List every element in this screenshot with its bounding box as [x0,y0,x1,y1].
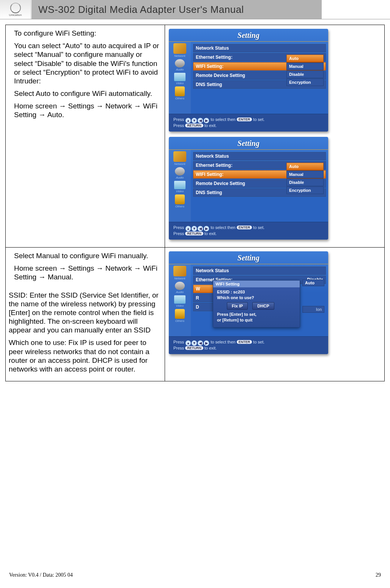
p1-drop-manual[interactable]: Manual [286,63,324,70]
p2-drop-auto[interactable]: Auto [286,163,324,170]
panel3-title: Setting [169,251,328,264]
panel1-rail: Network Audio Video Others [169,42,191,114]
enter-key-icon: ENTER [237,340,252,344]
p1-drop-encryption[interactable]: Encryption [286,78,324,86]
others-icon [175,194,185,204]
rail-others: Others [175,205,184,208]
popup-hint1: Press [Enter] to set, [217,312,296,317]
logo-caption: Unication [9,13,22,17]
p3-side-ion: Ion [302,306,324,313]
left-icon: ◀ [198,340,203,346]
popup-hint2: or [Return] to quit [217,318,296,322]
network-icon [173,151,186,162]
return-key-icon: RETURN [185,124,203,127]
panel1-title: Setting [169,29,328,42]
rail-others: Others [175,319,184,323]
rail-network: Network [174,162,185,166]
content-table: To configure WiFi Setting: You can selec… [5,25,385,381]
others-icon [175,309,185,319]
r2-extra2: Which one to use: Fix IP is used for pee… [9,338,160,373]
r1-p4: Home screen → Settings → Network → WiFi … [14,102,160,119]
popup-which: Which one to use? [217,295,296,300]
p3-footer: Press ▲▼◀▶ to select then ENTER to set. … [169,336,328,354]
rail-network: Network [174,54,185,58]
wifi-popup: WIFI Setting ESSID : sc203 Which one to … [213,280,300,328]
audio-icon [175,167,185,176]
title-bar: WS-302 Digital Media Adapter User's Manu… [31,0,322,19]
video-icon [174,181,186,189]
logo: Unication [0,0,31,19]
rail-others: Others [175,97,184,100]
down-icon: ▼ [192,118,197,123]
others-icon [175,86,185,96]
p1-drop-auto[interactable]: Auto [286,55,324,62]
p1-row-netstatus[interactable]: Network Status [193,44,326,52]
p1-dropdown: Auto Manual Disable Encryption [286,55,324,86]
right-icon: ▶ [204,340,209,346]
video-icon [174,295,186,304]
down-icon: ▼ [192,340,197,346]
left-icon: ◀ [198,118,203,123]
page-number: 29 [376,572,381,578]
p2-drop-manual[interactable]: Manual [286,171,324,178]
p2-footer: Press ▲▼◀▶ to select then ENTER to set. … [169,222,328,240]
panel3-rail: Network Audio Video Others [169,264,191,336]
up-icon: ▲ [186,118,191,123]
p3-side-auto: Auto [302,279,324,286]
rail-network: Network [174,277,185,280]
p2-row-netstatus[interactable]: Network Status [193,152,326,160]
popup-essid: ESSID : sc203 [217,290,296,294]
doc-title: WS-302 Digital Media Adapter User's Manu… [38,4,244,16]
r1-p1: To configure WiFi Setting: [14,29,160,38]
panel1-menu: Network Status Ethernet Setting:Disable … [191,42,328,114]
rail-video: Video [176,82,184,85]
panel2-rail: Network Audio Video Others [169,150,191,222]
setting-panel-1: Setting Network Audio Video Others Netwo… [169,29,328,132]
fix-ip-button[interactable]: Fix IP [227,302,248,310]
left-icon: ◀ [198,226,203,231]
rail-audio: Audio [176,176,184,179]
rail-audio: Audio [176,290,184,294]
audio-icon [175,282,185,290]
r2-p2: Home screen → Settings → Network → WiFi … [14,264,160,281]
r1-p3: Select Auto to configure WiFi automatica… [14,89,160,98]
rail-video: Video [176,190,184,193]
row2-text-cell: Select Manual to configure WiFi manually… [6,248,165,381]
doc-header: Unication WS-302 Digital Media Adapter U… [0,0,390,19]
page-footer: Version: V0.4 / Data: 2005 04 29 [9,572,381,578]
enter-key-icon: ENTER [237,118,252,121]
p2-dropdown: Auto Manual Disable Encryption [286,163,324,194]
setting-panel-3: Setting Network Audio Video Others Netwo… [169,251,328,354]
title-tail [322,0,390,19]
version-text: Version: V0.4 / Data: 2005 04 [9,572,73,578]
dhcp-button[interactable]: DHCP [252,302,274,310]
audio-icon [175,59,185,67]
rail-video: Video [176,304,184,307]
popup-title: WIFI Setting [213,281,300,287]
panel3-menu: Network Status Ethernet Setting:Disable … [191,264,328,336]
panel2-title: Setting [169,137,328,150]
r1-p2: You can select “Auto” to auto acquired a… [14,41,160,85]
return-key-icon: RETURN [185,346,203,350]
right-icon: ▶ [204,226,209,231]
right-icon: ▶ [204,118,209,123]
p1-drop-disable[interactable]: Disable [286,71,324,78]
network-icon [173,43,186,54]
row1-image-cell: Setting Network Audio Video Others Netwo… [165,25,385,248]
network-icon [173,266,186,276]
down-icon: ▼ [192,226,197,231]
p3-row-netstatus[interactable]: Network Status [193,267,326,275]
p2-drop-disable[interactable]: Disable [286,179,324,186]
r2-p1: Select Manual to configure WiFi manually… [14,251,160,260]
return-key-icon: RETURN [185,232,203,235]
up-icon: ▲ [186,340,191,346]
video-icon [174,73,186,81]
up-icon: ▲ [186,226,191,231]
panel2-menu: Network Status Ethernet Setting:Disable … [191,150,328,222]
p1-footer: Press ▲▼◀▶ to select then ENTER to set. … [169,114,328,132]
rail-audio: Audio [176,68,184,71]
row2-image-cell: Setting Network Audio Video Others Netwo… [165,248,385,381]
p2-drop-encryption[interactable]: Encryption [286,187,324,194]
logo-swirl-icon [10,3,21,13]
row1-text-cell: To configure WiFi Setting: You can selec… [6,25,165,248]
